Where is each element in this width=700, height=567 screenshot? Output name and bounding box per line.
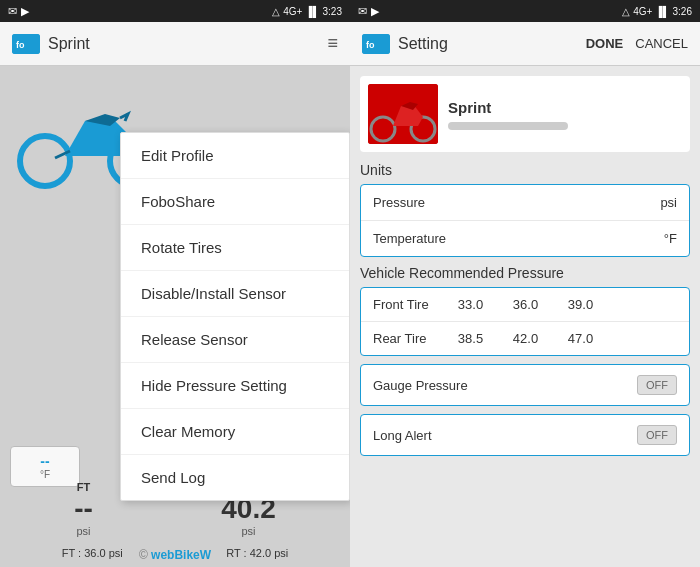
watermark: © webBikeW: [0, 548, 350, 562]
time-display: 3:23: [323, 6, 342, 17]
right-bluetooth-icon: ▶: [371, 5, 379, 18]
menu-item-clear-memory[interactable]: Clear Memory: [121, 409, 349, 455]
menu-item-fobo-share[interactable]: FoboShare: [121, 179, 349, 225]
message-icon: ✉: [8, 5, 17, 18]
svg-text:fo: fo: [366, 40, 375, 50]
front-tire-row: Front Tire 33.0 36.0 39.0: [361, 288, 689, 322]
app-logo: fo: [12, 34, 40, 54]
right-app-header: fo Setting DONE CANCEL: [350, 22, 700, 66]
front-val-3: 39.0: [563, 297, 598, 312]
gauge-pressure-toggle[interactable]: OFF: [637, 375, 677, 395]
front-tire-label: Front Tire: [373, 297, 453, 312]
rear-val-1: 38.5: [453, 331, 488, 346]
vehicle-subtitle: [448, 122, 568, 130]
setting-content: Sprint Units Pressure psi Temperature °F…: [350, 66, 700, 567]
right-wifi-icon: △: [622, 6, 630, 17]
rear-tire-label: Rear Tire: [373, 331, 453, 346]
svg-text:fo: fo: [16, 40, 25, 50]
long-alert-toggle[interactable]: OFF: [637, 425, 677, 445]
right-header-title: Setting: [398, 35, 448, 53]
gauge-pressure-label: Gauge Pressure: [373, 378, 468, 393]
ft-label: FT: [74, 481, 93, 493]
left-panel: ✉ ▶ △ 4G+ ▐▌ 3:23 fo Sprint ≡: [0, 0, 350, 567]
pressure-table-card: Front Tire 33.0 36.0 39.0 Rear Tire 38.5…: [360, 287, 690, 356]
battery-icon: ▐▌: [305, 6, 319, 17]
right-status-icons-right: △ 4G+ ▐▌ 3:26: [622, 6, 692, 17]
menu-item-edit-profile[interactable]: Edit Profile: [121, 133, 349, 179]
left-status-bar: ✉ ▶ △ 4G+ ▐▌ 3:23: [0, 0, 350, 22]
front-tire-values: 33.0 36.0 39.0: [453, 297, 598, 312]
recommended-section-title: Vehicle Recommended Pressure: [360, 265, 690, 281]
right-battery-icon: ▐▌: [655, 6, 669, 17]
gauge-pressure-row[interactable]: Gauge Pressure OFF: [360, 364, 690, 406]
left-status-icons: ✉ ▶: [8, 5, 29, 18]
vehicle-name: Sprint: [448, 99, 682, 116]
cancel-button[interactable]: CANCEL: [635, 36, 688, 51]
menu-item-send-log[interactable]: Send Log: [121, 455, 349, 500]
signal-icon: 4G+: [283, 6, 302, 17]
right-header-left: fo Setting: [362, 34, 448, 54]
temperature-value: °F: [664, 231, 677, 246]
temperature-setting-row[interactable]: Temperature °F: [361, 221, 689, 256]
menu-item-rotate-tires[interactable]: Rotate Tires: [121, 225, 349, 271]
units-section-title: Units: [360, 162, 690, 178]
rear-val-2: 42.0: [508, 331, 543, 346]
right-panel: ✉ ▶ △ 4G+ ▐▌ 3:26 fo Setting DONE CANCEL: [350, 0, 700, 567]
right-signal-icon: 4G+: [633, 6, 652, 17]
right-status-icons-left: ✉ ▶: [358, 5, 379, 18]
front-val-1: 33.0: [453, 297, 488, 312]
wifi-icon: △: [272, 6, 280, 17]
long-alert-row[interactable]: Long Alert OFF: [360, 414, 690, 456]
vehicle-card: Sprint: [360, 76, 690, 152]
vehicle-image: [368, 84, 438, 144]
bluetooth-icon: ▶: [21, 5, 29, 18]
right-message-icon: ✉: [358, 5, 367, 18]
settings-icon[interactable]: ≡: [327, 33, 338, 54]
rear-tire-values: 38.5 42.0 47.0: [453, 331, 598, 346]
temp-unit: °F: [21, 469, 69, 480]
done-button[interactable]: DONE: [586, 36, 624, 51]
pressure-label: Pressure: [373, 195, 425, 210]
motorcycle-area: -- °F FT -- psi RT 40.2 psi FT : 36.0 ps…: [0, 66, 350, 567]
pressure-value: psi: [660, 195, 677, 210]
app-title-left: Sprint: [48, 35, 90, 53]
temp-value: --: [21, 453, 69, 469]
right-time-display: 3:26: [673, 6, 692, 17]
pressure-setting-row[interactable]: Pressure psi: [361, 185, 689, 221]
ft-unit: psi: [74, 525, 93, 537]
temperature-label: Temperature: [373, 231, 446, 246]
front-tire-pressure: FT -- psi: [74, 481, 93, 537]
dropdown-menu: Edit Profile FoboShare Rotate Tires Disa…: [120, 132, 350, 501]
front-val-2: 36.0: [508, 297, 543, 312]
right-app-logo: fo: [362, 34, 390, 54]
rear-val-3: 47.0: [563, 331, 598, 346]
menu-item-disable-install-sensor[interactable]: Disable/Install Sensor: [121, 271, 349, 317]
header-left: fo Sprint: [12, 34, 90, 54]
rt-unit: psi: [221, 525, 276, 537]
long-alert-label: Long Alert: [373, 428, 432, 443]
right-status-icons: △ 4G+ ▐▌ 3:23: [272, 6, 342, 17]
header-actions: DONE CANCEL: [586, 36, 688, 51]
svg-point-2: [20, 136, 70, 186]
vehicle-info: Sprint: [448, 99, 682, 130]
watermark-brand: webBikeW: [151, 548, 211, 562]
menu-item-hide-pressure-setting[interactable]: Hide Pressure Setting: [121, 363, 349, 409]
left-app-header: fo Sprint ≡: [0, 22, 350, 66]
units-card: Pressure psi Temperature °F: [360, 184, 690, 257]
rear-tire-row: Rear Tire 38.5 42.0 47.0: [361, 322, 689, 355]
right-status-bar: ✉ ▶ △ 4G+ ▐▌ 3:26: [350, 0, 700, 22]
menu-item-release-sensor[interactable]: Release Sensor: [121, 317, 349, 363]
ft-value: --: [74, 493, 93, 525]
